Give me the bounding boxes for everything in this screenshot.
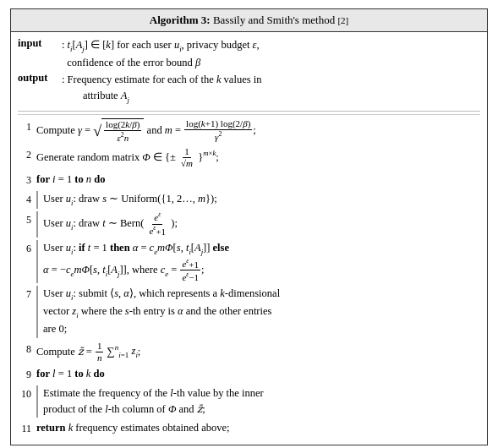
step-2-content: Generate random matrix Φ ∈ {± 1 √m }m×k;	[36, 146, 480, 169]
step-9-content: for l = 1 to k do	[36, 366, 480, 382]
algorithm-title-bold: Algorithm 3:	[150, 14, 211, 26]
output-content: : Frequency estimate for each of the k v…	[62, 72, 480, 105]
step-6-content: User ui: if t = 1 then α = cemΦ[s, ti[Aj…	[36, 240, 480, 284]
algorithm-reference: [2]	[337, 15, 348, 25]
steps-section: 1 Compute γ = √ log(2k/β) ε2n and m =	[18, 114, 480, 437]
io-section: input : ti[Aj] ∈ [k] for each user ui, p…	[18, 37, 480, 106]
step-2-number: 2	[18, 146, 36, 163]
step-6-number: 6	[18, 240, 36, 257]
step-10-content: Estimate the frequency of the l-th value…	[36, 385, 480, 418]
step-1-number: 1	[18, 118, 36, 135]
step-4-content: User ui: draw s ∼ Uniform({1, 2…, m});	[36, 191, 480, 209]
input-row: input : ti[Aj] ∈ [k] for each user ui, p…	[18, 37, 480, 70]
step-3: 3 for i = 1 to n do	[18, 172, 480, 188]
step-3-content: for i = 1 to n do	[36, 172, 480, 188]
step-9-number: 9	[18, 366, 36, 383]
output-label: output	[18, 72, 62, 85]
step-11-content: return k frequency estimates obtained ab…	[36, 420, 480, 436]
step-5: 5 User ui: draw t ∼ Bern( eε eε+1 );	[18, 211, 480, 238]
step-6: 6 User ui: if t = 1 then α = cemΦ[s, ti[…	[18, 240, 480, 284]
step-7: 7 User ui: submit ⟨s, α⟩, which represen…	[18, 286, 480, 338]
step-4: 4 User ui: draw s ∼ Uniform({1, 2…, m});	[18, 191, 480, 209]
output-row: output : Frequency estimate for each of …	[18, 72, 480, 105]
step-5-number: 5	[18, 211, 36, 228]
step-10-number: 10	[18, 385, 36, 402]
algorithm-box: Algorithm 3: Bassily and Smith's method …	[10, 8, 488, 445]
input-content: : ti[Aj] ∈ [k] for each user ui, privacy…	[62, 37, 480, 70]
step-8-content: Compute z̄ = 1 n ∑ni=1 zi;	[36, 341, 480, 363]
step-3-number: 3	[18, 172, 36, 188]
step-8-number: 8	[18, 341, 36, 358]
step-1-content: Compute γ = √ log(2k/β) ε2n and m = log(…	[36, 118, 480, 144]
step-11: 11 return k frequency estimates obtained…	[18, 420, 480, 437]
step-9: 9 for l = 1 to k do	[18, 366, 480, 383]
step-7-content: User ui: submit ⟨s, α⟩, which represents…	[36, 286, 480, 338]
step-7-number: 7	[18, 286, 36, 303]
step-11-number: 11	[18, 420, 36, 437]
step-10: 10 Estimate the frequency of the l-th va…	[18, 385, 480, 418]
step-4-number: 4	[18, 191, 36, 208]
step-1: 1 Compute γ = √ log(2k/β) ε2n and m =	[18, 118, 480, 144]
algorithm-body: input : ti[Aj] ∈ [k] for each user ui, p…	[11, 32, 487, 445]
input-label: input	[18, 37, 62, 50]
step-5-content: User ui: draw t ∼ Bern( eε eε+1 );	[36, 211, 480, 238]
step-8: 8 Compute z̄ = 1 n ∑ni=1 zi;	[18, 341, 480, 363]
step-2: 2 Generate random matrix Φ ∈ {± 1 √m }m×…	[18, 146, 480, 169]
algorithm-title-rest: Bassily and Smith's method	[213, 14, 338, 26]
algorithm-header: Algorithm 3: Bassily and Smith's method …	[11, 9, 487, 32]
